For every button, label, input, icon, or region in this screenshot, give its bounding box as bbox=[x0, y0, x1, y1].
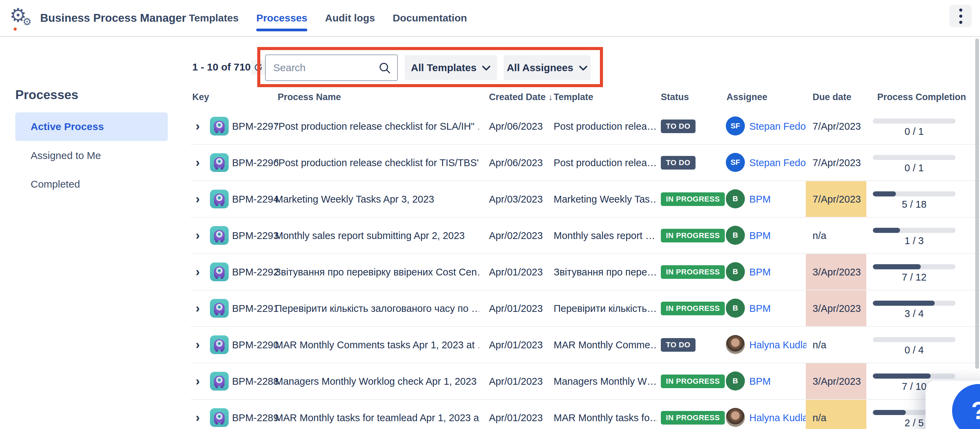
column-header-process-completion[interactable]: Process Completion bbox=[877, 92, 966, 102]
nav-tab-templates[interactable]: Templates bbox=[189, 0, 239, 36]
template-name: Звітування про пере… bbox=[554, 266, 657, 277]
assignee-avatar: SF bbox=[726, 116, 745, 136]
expand-chevron-icon[interactable]: › bbox=[196, 192, 200, 206]
due-date-cell: 7/Apr/2023 bbox=[806, 181, 866, 217]
process-key: BPM-2288 bbox=[232, 376, 279, 387]
status-badge: IN PROGRESS bbox=[661, 192, 725, 206]
expand-chevron-icon[interactable]: › bbox=[196, 119, 200, 134]
due-date-cell: 7/Apr/2023 bbox=[806, 145, 866, 180]
status-badge: IN PROGRESS bbox=[661, 375, 725, 388]
table-row[interactable]: › BPM-2293 Monthly sales report submitti… bbox=[191, 218, 980, 254]
chevron-down-icon bbox=[482, 62, 491, 73]
due-date-cell: 7/Apr/2023 bbox=[806, 108, 866, 144]
column-header-process-name[interactable]: Process Name bbox=[278, 92, 341, 102]
process-key: BPM-2294 bbox=[232, 193, 279, 205]
app-title: Business Process Manager bbox=[40, 11, 186, 24]
due-date: 3/Apr/2023 bbox=[813, 303, 861, 314]
assignee-avatar: B bbox=[726, 262, 745, 281]
templates-filter-dropdown[interactable]: All Templates bbox=[404, 55, 497, 80]
gears-logo-icon: ⚙ ⚙ bbox=[10, 5, 34, 31]
assignee-link[interactable]: Halyna Kudlak bbox=[749, 339, 807, 350]
assignee-link[interactable]: Stepan Fedori bbox=[749, 121, 807, 132]
assignee-link[interactable]: BPM bbox=[749, 376, 807, 387]
due-date: n/a bbox=[813, 230, 826, 241]
due-date: 7/Apr/2023 bbox=[813, 121, 861, 132]
table-row[interactable]: › BPM-2297 "Post production release chec… bbox=[191, 108, 980, 145]
column-header-due-date[interactable]: Due date bbox=[813, 92, 851, 102]
table-row[interactable]: › BPM-2294 Marketing Weekly Tasks Apr 3,… bbox=[191, 181, 980, 218]
nav-tab-documentation[interactable]: Documentation bbox=[393, 0, 467, 36]
kebab-menu-icon[interactable] bbox=[950, 5, 972, 27]
completion-fraction: 0 / 1 bbox=[873, 126, 956, 137]
sidebar-item-completed[interactable]: Completed bbox=[30, 179, 80, 190]
process-name: Marketing Weekly Tasks Apr 3, 2023 bbox=[275, 193, 479, 205]
column-header-key[interactable]: Key bbox=[192, 92, 209, 102]
refresh-icon[interactable] bbox=[251, 60, 266, 75]
completion-progress-bar bbox=[873, 301, 956, 306]
assignee-link[interactable]: Stepan Fedori bbox=[749, 157, 807, 168]
vertical-scrollbar[interactable] bbox=[975, 38, 979, 369]
search-input[interactable] bbox=[272, 57, 372, 78]
column-header-status[interactable]: Status bbox=[661, 92, 689, 102]
column-header-assignee[interactable]: Assignee bbox=[727, 92, 767, 102]
assignees-filter-dropdown[interactable]: All Assignees bbox=[504, 55, 591, 80]
due-date: 7/Apr/2023 bbox=[813, 193, 861, 205]
nav-tab-processes[interactable]: Processes bbox=[256, 0, 307, 36]
table-row[interactable]: › BPM-2291 Перевірити кількість залогова… bbox=[191, 290, 980, 327]
sidebar-item-label: Active Process bbox=[30, 121, 104, 132]
completion-fraction: 5 / 18 bbox=[873, 199, 956, 210]
status-badge: IN PROGRESS bbox=[661, 411, 725, 424]
completion-fraction: 0 / 1 bbox=[873, 163, 956, 174]
expand-chevron-icon[interactable]: › bbox=[196, 228, 200, 243]
table-row[interactable]: › BPM-2288 Managers Monthly Worklog chec… bbox=[191, 363, 980, 400]
assignee-avatar: SF bbox=[726, 153, 745, 172]
status-badge: TO DO bbox=[661, 338, 695, 352]
template-name: Managers Monthly W… bbox=[554, 376, 657, 387]
nav-tab-audit-logs[interactable]: Audit logs bbox=[325, 0, 375, 36]
sidebar-item-assigned-to-me[interactable]: Assigned to Me bbox=[30, 150, 101, 161]
assignee-link[interactable]: BPM bbox=[749, 266, 807, 277]
sidebar-heading: Processes bbox=[15, 88, 78, 102]
due-date: n/a bbox=[813, 339, 826, 350]
column-header-template[interactable]: Template bbox=[554, 92, 593, 102]
process-name: "Post production release checklist for T… bbox=[275, 157, 479, 168]
template-name: MAR Monthly Comme… bbox=[554, 339, 657, 350]
expand-chevron-icon[interactable]: › bbox=[196, 374, 200, 389]
process-key: BPM-2297 bbox=[232, 121, 279, 132]
business-process-manager-app: ⚙ ⚙ Business Process Manager Templates P… bbox=[0, 0, 980, 429]
process-name: MAR Monthly tasks for teamlead Apr 1, 20… bbox=[275, 412, 479, 423]
process-mascot-icon bbox=[210, 190, 229, 208]
process-key: BPM-2291 bbox=[232, 303, 279, 314]
status-badge: IN PROGRESS bbox=[661, 265, 725, 279]
expand-chevron-icon[interactable]: › bbox=[196, 338, 200, 352]
table-row[interactable]: › BPM-2296 "Post production release chec… bbox=[191, 145, 980, 181]
status-badge: IN PROGRESS bbox=[661, 301, 725, 315]
process-mascot-icon bbox=[210, 263, 229, 281]
expand-chevron-icon[interactable]: › bbox=[196, 156, 200, 170]
sidebar: Processes Active Process Assigned to Me … bbox=[0, 36, 191, 429]
process-name: Звітування про перевірку ввірених Cost C… bbox=[275, 266, 479, 277]
assignee-link[interactable]: BPM bbox=[749, 193, 807, 205]
column-header-created-date[interactable]: Created Date↓ bbox=[489, 92, 553, 102]
assignee-avatar: B bbox=[726, 298, 745, 318]
completion-progress-bar bbox=[873, 228, 956, 233]
table-row[interactable]: › BPM-2292 Звітування про перевірку ввір… bbox=[191, 254, 980, 290]
assignee-link[interactable]: BPM bbox=[749, 303, 807, 314]
expand-chevron-icon[interactable]: › bbox=[196, 411, 200, 425]
template-name: Перевірити кількість… bbox=[554, 303, 657, 314]
status-badge: IN PROGRESS bbox=[661, 229, 725, 242]
process-name: MAR Monthly Comments tasks Apr 1, 2023 a… bbox=[275, 339, 479, 350]
process-key: BPM-2290 bbox=[232, 339, 279, 350]
expand-chevron-icon[interactable]: › bbox=[196, 301, 200, 316]
completion-fraction: 7 / 12 bbox=[873, 272, 956, 283]
table-row[interactable]: › BPM-2289 MAR Monthly tasks for teamlea… bbox=[191, 400, 980, 429]
table-row[interactable]: › BPM-2290 MAR Monthly Comments tasks Ap… bbox=[191, 327, 980, 363]
assignee-link[interactable]: Halyna Kudlak bbox=[749, 412, 807, 423]
completion-progress-bar bbox=[873, 118, 956, 124]
table-body: › BPM-2297 "Post production release chec… bbox=[191, 108, 980, 429]
created-date: Apr/03/2023 bbox=[489, 193, 543, 205]
sidebar-item-active-process[interactable]: Active Process bbox=[15, 112, 168, 141]
expand-chevron-icon[interactable]: › bbox=[196, 265, 200, 279]
process-key: BPM-2292 bbox=[232, 266, 279, 277]
assignee-link[interactable]: BPM bbox=[749, 230, 807, 241]
